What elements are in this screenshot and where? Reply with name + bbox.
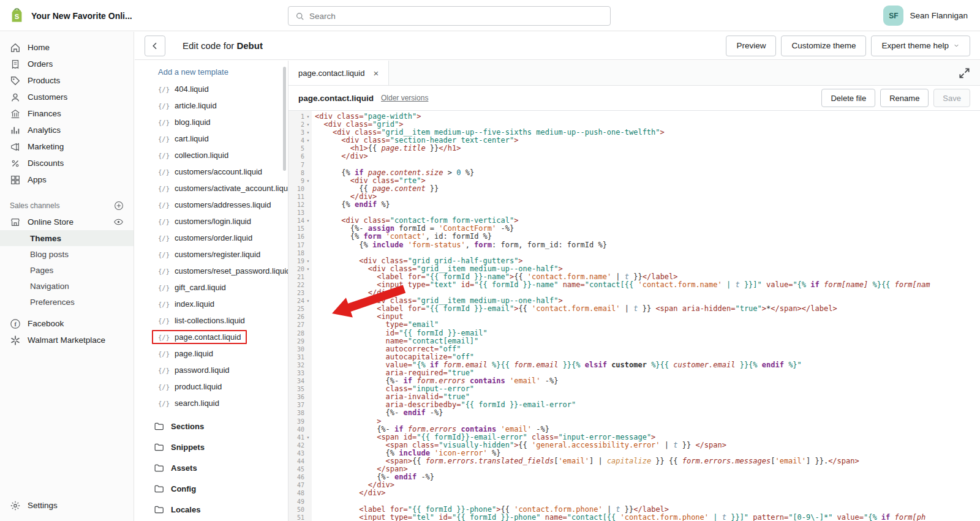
customize-theme-button[interactable]: Customize theme	[781, 36, 866, 56]
line-number: 1▾	[288, 113, 312, 121]
file-item-password-liquid[interactable]: {/}password.liquid	[135, 362, 288, 378]
file-item-page-contact-liquid[interactable]: {/}page.contact.liquid	[135, 329, 288, 345]
svg-text:f: f	[15, 320, 17, 327]
sidebar-item-products[interactable]: Products	[0, 72, 134, 89]
add-channel-icon[interactable]	[114, 201, 124, 211]
file-item-cart-liquid[interactable]: {/}cart.liquid	[135, 130, 288, 147]
line-number: 16	[288, 233, 312, 241]
fold-toggle-icon[interactable]: ▾	[304, 113, 312, 121]
rename-button[interactable]: Rename	[880, 89, 929, 107]
file-item-customers-login-liquid[interactable]: {/}customers/login.liquid	[135, 213, 288, 230]
customers-icon	[10, 92, 21, 103]
sidebar-item-walmart-marketplace[interactable]: Walmart Marketplace	[0, 332, 134, 348]
sidebar-item-discounts[interactable]: Discounts	[0, 155, 134, 171]
back-button[interactable]	[145, 36, 165, 56]
sidebar-item-pages[interactable]: Pages	[0, 262, 134, 278]
sidebar-item-blog-posts[interactable]: Blog posts	[0, 246, 134, 262]
file-name-label: customers/order.liquid	[175, 233, 252, 242]
file-item-article-liquid[interactable]: {/}article.liquid	[135, 97, 288, 114]
discounts-icon	[10, 158, 21, 169]
sidebar-item-orders[interactable]: Orders	[0, 56, 134, 72]
file-name-label: 404.liquid	[175, 84, 209, 94]
file-item-404-liquid[interactable]: {/}404.liquid	[135, 81, 288, 97]
fold-toggle-icon[interactable]: ▾	[304, 257, 312, 265]
liquid-file-icon: {/}	[158, 317, 170, 324]
page-title: Edit code for Debut	[183, 40, 263, 51]
sidebar-item-settings[interactable]: Settings	[0, 497, 134, 514]
fold-toggle-icon[interactable]: ▾	[304, 121, 312, 129]
file-item-customers-account-liquid[interactable]: {/}customers/account.liquid	[135, 163, 288, 180]
close-icon[interactable]: ×	[373, 69, 379, 78]
file-item-blog-liquid[interactable]: {/}blog.liquid	[135, 114, 288, 130]
expand-icon[interactable]	[959, 67, 970, 79]
code-editor[interactable]: 1▾2▾3▾4▾56789▾1011121314▾1516171819▾20▾2…	[288, 111, 980, 521]
fold-toggle-icon[interactable]: ▾	[304, 137, 312, 144]
line-number: 11	[288, 193, 312, 201]
sidebar-item-label: Discounts	[28, 159, 64, 168]
file-name-label: list-collections.liquid	[175, 316, 245, 325]
sidebar-item-marketing[interactable]: Marketing	[0, 138, 134, 155]
fold-toggle-icon[interactable]: ▾	[304, 297, 312, 305]
code-line: <label for="{{ formId }}-email">{{ 'cont…	[315, 305, 980, 313]
folder-sections[interactable]: Sections	[135, 416, 288, 437]
tab-page-contact-liquid[interactable]: page.contact.liquid ×	[288, 61, 389, 85]
file-item-list-collections-liquid[interactable]: {/}list-collections.liquid	[135, 312, 288, 329]
file-item-search-liquid[interactable]: {/}search.liquid	[135, 395, 288, 411]
avatar: SF	[883, 6, 903, 26]
sidebar-item-analytics[interactable]: Analytics	[0, 122, 134, 138]
older-versions-link[interactable]: Older versions	[381, 94, 428, 102]
line-number: 4▾	[288, 137, 312, 144]
file-item-collection-liquid[interactable]: {/}collection.liquid	[135, 147, 288, 163]
home-icon	[10, 42, 21, 53]
sidebar-item-themes[interactable]: Themes	[0, 230, 134, 246]
file-item-page-liquid[interactable]: {/}page.liquid	[135, 345, 288, 362]
sidebar-item-online-store[interactable]: Online Store	[0, 214, 134, 230]
sidebar-item-home[interactable]: Home	[0, 39, 134, 56]
line-number: 48	[288, 489, 312, 497]
fold-toggle-icon[interactable]: ▾	[304, 217, 312, 225]
file-item-customers-activate-account-liquid[interactable]: {/}customers/activate_account.liquid	[135, 180, 288, 197]
file-name-label: gift_card.liquid	[175, 283, 226, 292]
file-item-product-liquid[interactable]: {/}product.liquid	[135, 378, 288, 395]
sidebar-item-label: Walmart Marketplace	[28, 335, 105, 345]
sidebar-item-navigation[interactable]: Navigation	[0, 278, 134, 294]
fold-toggle-icon[interactable]: ▾	[304, 129, 312, 137]
sidebar-item-apps[interactable]: Apps	[0, 171, 134, 188]
preview-button[interactable]: Preview	[726, 36, 776, 56]
file-item-gift-card-liquid[interactable]: {/}gift_card.liquid	[135, 279, 288, 296]
shopify-logo-icon[interactable]: S	[9, 7, 25, 24]
user-menu[interactable]: SF Sean Flannigan	[883, 6, 968, 26]
fold-toggle-icon[interactable]: ▾	[304, 265, 312, 273]
scrollbar-thumb[interactable]	[283, 67, 286, 171]
file-item-customers-addresses-liquid[interactable]: {/}customers/addresses.liquid	[135, 197, 288, 213]
fold-toggle-icon[interactable]: ▾	[304, 433, 312, 441]
line-number: 37	[288, 401, 312, 409]
finances-icon	[10, 108, 21, 119]
folder-assets[interactable]: Assets	[135, 457, 288, 478]
folder-snippets[interactable]: Snippets	[135, 437, 288, 457]
folder-label: Config	[171, 484, 196, 493]
sidebar-item-customers[interactable]: Customers	[0, 89, 134, 105]
sidebar-item-label: Orders	[28, 59, 53, 69]
sidebar-item-facebook[interactable]: fFacebook	[0, 315, 134, 332]
file-item-index-liquid[interactable]: {/}index.liquid	[135, 296, 288, 312]
file-item-customers-order-liquid[interactable]: {/}customers/order.liquid	[135, 230, 288, 246]
add-template-link[interactable]: Add a new template	[135, 63, 288, 81]
fold-toggle-icon[interactable]: ▾	[304, 177, 312, 185]
line-number: 26	[288, 313, 312, 321]
sidebar: HomeOrdersProductsCustomersFinancesAnaly…	[0, 32, 134, 521]
sidebar-item-finances[interactable]: Finances	[0, 105, 134, 122]
eye-icon[interactable]	[113, 217, 124, 227]
global-search[interactable]	[288, 6, 611, 26]
expert-theme-help-button[interactable]: Expert theme help	[871, 36, 970, 56]
liquid-file-icon: {/}	[158, 86, 170, 93]
file-item-customers-reset-password-liquid[interactable]: {/}customers/reset_password.liquid	[135, 263, 288, 279]
folder-locales[interactable]: Locales	[135, 499, 288, 520]
line-number: 24▾	[288, 297, 312, 305]
search-input[interactable]	[309, 12, 603, 21]
save-button[interactable]: Save	[933, 89, 970, 107]
folder-config[interactable]: Config	[135, 478, 288, 499]
delete-file-button[interactable]: Delete file	[821, 89, 875, 107]
sidebar-item-preferences[interactable]: Preferences	[0, 294, 134, 310]
file-item-customers-register-liquid[interactable]: {/}customers/register.liquid	[135, 246, 288, 263]
